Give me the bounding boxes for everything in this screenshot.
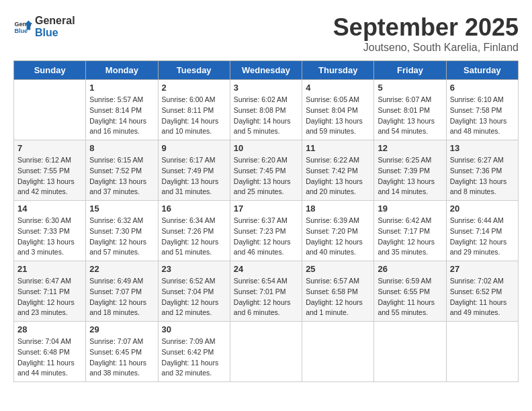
day-info: Sunrise: 6:52 AMSunset: 7:04 PMDaylight:… <box>162 276 226 318</box>
day-info: Sunrise: 7:07 AMSunset: 6:45 PMDaylight:… <box>89 336 154 379</box>
day-info: Sunrise: 5:57 AMSunset: 8:14 PMDaylight:… <box>89 95 154 137</box>
day-number: 7 <box>17 143 82 153</box>
day-number: 17 <box>234 203 298 214</box>
day-info: Sunrise: 7:02 AMSunset: 6:52 PMDaylight:… <box>450 276 515 318</box>
calendar-cell: 2Sunrise: 6:00 AMSunset: 8:11 PMDaylight… <box>158 80 230 140</box>
day-info: Sunrise: 6:34 AMSunset: 7:26 PMDaylight:… <box>162 216 226 258</box>
day-number: 12 <box>378 143 442 153</box>
calendar-cell: 29Sunrise: 7:07 AMSunset: 6:45 PMDayligh… <box>86 322 158 382</box>
calendar-cell: 20Sunrise: 6:44 AMSunset: 7:14 PMDayligh… <box>446 201 518 261</box>
day-info: Sunrise: 7:09 AMSunset: 6:42 PMDaylight:… <box>162 336 226 379</box>
day-info: Sunrise: 6:25 AMSunset: 7:39 PMDaylight:… <box>378 155 442 197</box>
header-tuesday: Tuesday <box>158 61 230 80</box>
location-title: Joutseno, South Karelia, Finland <box>333 42 519 54</box>
logo-blue: Blue <box>35 27 75 39</box>
day-number: 24 <box>234 264 298 274</box>
day-number: 13 <box>450 143 515 153</box>
calendar-cell: 30Sunrise: 7:09 AMSunset: 6:42 PMDayligh… <box>158 322 230 382</box>
calendar-cell <box>14 80 86 140</box>
day-info: Sunrise: 6:47 AMSunset: 7:11 PMDaylight:… <box>17 276 82 318</box>
day-info: Sunrise: 6:27 AMSunset: 7:36 PMDaylight:… <box>450 155 515 197</box>
day-number: 18 <box>306 203 370 214</box>
svg-text:Blue: Blue <box>14 28 28 34</box>
day-info: Sunrise: 6:49 AMSunset: 7:07 PMDaylight:… <box>89 276 154 318</box>
day-number: 6 <box>450 83 515 93</box>
day-number: 2 <box>162 83 226 93</box>
day-number: 28 <box>17 324 82 334</box>
day-number: 29 <box>89 324 154 334</box>
calendar-cell: 16Sunrise: 6:34 AMSunset: 7:26 PMDayligh… <box>158 201 230 261</box>
calendar-cell: 23Sunrise: 6:52 AMSunset: 7:04 PMDayligh… <box>158 261 230 322</box>
day-number: 21 <box>17 264 82 274</box>
day-info: Sunrise: 6:42 AMSunset: 7:17 PMDaylight:… <box>378 216 442 258</box>
calendar-cell <box>374 322 446 382</box>
week-row-0: 1Sunrise: 5:57 AMSunset: 8:14 PMDaylight… <box>14 80 519 140</box>
week-row-1: 7Sunrise: 6:12 AMSunset: 7:55 PMDaylight… <box>14 140 519 201</box>
header-monday: Monday <box>86 61 158 80</box>
calendar-cell: 18Sunrise: 6:39 AMSunset: 7:20 PMDayligh… <box>302 201 374 261</box>
calendar-cell: 13Sunrise: 6:27 AMSunset: 7:36 PMDayligh… <box>446 140 518 201</box>
day-number: 19 <box>378 203 442 214</box>
calendar-cell: 4Sunrise: 6:05 AMSunset: 8:04 PMDaylight… <box>302 80 374 140</box>
day-info: Sunrise: 6:39 AMSunset: 7:20 PMDaylight:… <box>306 216 370 258</box>
calendar-cell: 3Sunrise: 6:02 AMSunset: 8:08 PMDaylight… <box>230 80 302 140</box>
page-header: General Blue General Blue September 2025… <box>13 13 519 54</box>
logo-general: General <box>35 15 75 27</box>
day-info: Sunrise: 6:15 AMSunset: 7:52 PMDaylight:… <box>89 155 154 197</box>
day-number: 8 <box>89 143 154 153</box>
calendar-cell: 21Sunrise: 6:47 AMSunset: 7:11 PMDayligh… <box>14 261 86 322</box>
header-saturday: Saturday <box>446 61 518 80</box>
calendar-cell: 15Sunrise: 6:32 AMSunset: 7:30 PMDayligh… <box>86 201 158 261</box>
calendar-table: SundayMondayTuesdayWednesdayThursdayFrid… <box>13 60 519 382</box>
calendar-cell: 24Sunrise: 6:54 AMSunset: 7:01 PMDayligh… <box>230 261 302 322</box>
day-info: Sunrise: 6:02 AMSunset: 8:08 PMDaylight:… <box>234 95 298 137</box>
calendar-cell: 25Sunrise: 6:57 AMSunset: 6:58 PMDayligh… <box>302 261 374 322</box>
calendar-cell <box>230 322 302 382</box>
calendar-cell: 8Sunrise: 6:15 AMSunset: 7:52 PMDaylight… <box>86 140 158 201</box>
header-sunday: Sunday <box>14 61 86 80</box>
day-info: Sunrise: 6:07 AMSunset: 8:01 PMDaylight:… <box>378 95 442 137</box>
day-number: 23 <box>162 264 226 274</box>
day-number: 10 <box>234 143 298 153</box>
calendar-cell: 14Sunrise: 6:30 AMSunset: 7:33 PMDayligh… <box>14 201 86 261</box>
header-wednesday: Wednesday <box>230 61 302 80</box>
calendar-cell <box>446 322 518 382</box>
day-info: Sunrise: 6:22 AMSunset: 7:42 PMDaylight:… <box>306 155 370 197</box>
calendar-cell <box>302 322 374 382</box>
day-number: 11 <box>306 143 370 153</box>
day-number: 3 <box>234 83 298 93</box>
calendar-cell: 26Sunrise: 6:59 AMSunset: 6:55 PMDayligh… <box>374 261 446 322</box>
header-friday: Friday <box>374 61 446 80</box>
title-area: September 2025 Joutseno, South Karelia, … <box>333 13 519 54</box>
day-number: 25 <box>306 264 370 274</box>
calendar-cell: 19Sunrise: 6:42 AMSunset: 7:17 PMDayligh… <box>374 201 446 261</box>
calendar-cell: 27Sunrise: 7:02 AMSunset: 6:52 PMDayligh… <box>446 261 518 322</box>
day-info: Sunrise: 6:05 AMSunset: 8:04 PMDaylight:… <box>306 95 370 137</box>
day-info: Sunrise: 6:44 AMSunset: 7:14 PMDaylight:… <box>450 216 515 258</box>
day-info: Sunrise: 6:17 AMSunset: 7:49 PMDaylight:… <box>162 155 226 197</box>
day-number: 16 <box>162 203 226 214</box>
month-title: September 2025 <box>333 13 519 42</box>
day-number: 22 <box>89 264 154 274</box>
calendar-cell: 7Sunrise: 6:12 AMSunset: 7:55 PMDaylight… <box>14 140 86 201</box>
day-info: Sunrise: 6:37 AMSunset: 7:23 PMDaylight:… <box>234 216 298 258</box>
calendar-cell: 28Sunrise: 7:04 AMSunset: 6:48 PMDayligh… <box>14 322 86 382</box>
day-number: 4 <box>306 83 370 93</box>
day-info: Sunrise: 6:54 AMSunset: 7:01 PMDaylight:… <box>234 276 298 318</box>
logo: General Blue General Blue <box>13 13 75 40</box>
day-number: 27 <box>450 264 515 274</box>
calendar-cell: 17Sunrise: 6:37 AMSunset: 7:23 PMDayligh… <box>230 201 302 261</box>
logo-icon: General Blue <box>13 17 32 36</box>
week-row-4: 28Sunrise: 7:04 AMSunset: 6:48 PMDayligh… <box>14 322 519 382</box>
day-number: 14 <box>17 203 82 214</box>
day-number: 26 <box>378 264 442 274</box>
day-number: 9 <box>162 143 226 153</box>
calendar-cell: 12Sunrise: 6:25 AMSunset: 7:39 PMDayligh… <box>374 140 446 201</box>
week-row-2: 14Sunrise: 6:30 AMSunset: 7:33 PMDayligh… <box>14 201 519 261</box>
day-info: Sunrise: 6:30 AMSunset: 7:33 PMDaylight:… <box>17 216 82 258</box>
day-info: Sunrise: 6:12 AMSunset: 7:55 PMDaylight:… <box>17 155 82 197</box>
day-number: 20 <box>450 203 515 214</box>
day-info: Sunrise: 6:32 AMSunset: 7:30 PMDaylight:… <box>89 216 154 258</box>
calendar-cell: 6Sunrise: 6:10 AMSunset: 7:58 PMDaylight… <box>446 80 518 140</box>
day-info: Sunrise: 6:57 AMSunset: 6:58 PMDaylight:… <box>306 276 370 318</box>
